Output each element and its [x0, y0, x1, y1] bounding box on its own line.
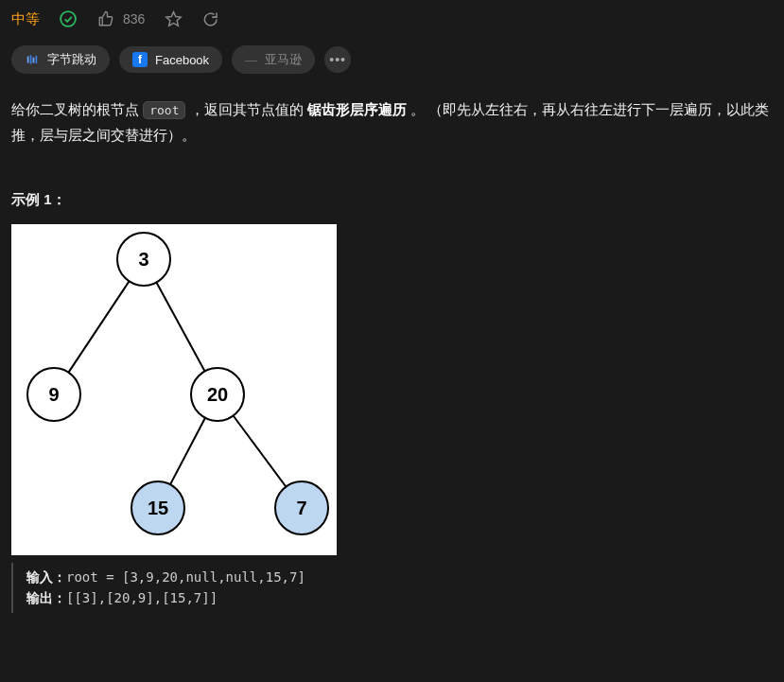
difficulty-label: 中等: [11, 10, 40, 28]
example-input-line: 输入：root = [3,9,20,null,null,15,7]: [26, 567, 759, 587]
likes-count: 836: [123, 11, 145, 26]
more-tags-button[interactable]: •••: [324, 46, 351, 73]
problem-meta-row: 中等 836: [11, 9, 773, 28]
ellipsis-icon: •••: [329, 52, 346, 67]
example-output-line: 输出：[[3],[20,9],[15,7]]: [26, 587, 759, 608]
company-tag-amazon[interactable]: — 亚马逊: [232, 45, 315, 74]
example-io-block: 输入：root = [3,9,20,null,null,15,7] 输出：[[3…: [11, 563, 773, 613]
svg-line-7: [170, 418, 205, 484]
output-label: 输出：: [26, 590, 66, 605]
svg-rect-1: [27, 57, 29, 63]
svg-line-6: [156, 283, 204, 372]
svg-rect-3: [33, 58, 35, 63]
likes-button[interactable]: 836: [96, 9, 145, 28]
solved-icon: [59, 9, 78, 28]
desc-text: ，返回其节点值的: [185, 101, 306, 117]
example-tree-diagram: 3920157: [11, 224, 337, 555]
input-label: 输入：: [26, 569, 66, 585]
company-tag-bytedance[interactable]: 字节跳动: [11, 45, 110, 74]
bytedance-icon: [25, 52, 40, 67]
svg-line-8: [234, 415, 287, 486]
svg-point-0: [61, 11, 76, 26]
output-value: [[3],[20,9],[15,7]]: [66, 590, 218, 605]
thumbs-up-icon: [96, 9, 115, 28]
svg-text:9: 9: [48, 384, 59, 405]
company-tag-facebook[interactable]: f Facebook: [119, 46, 222, 73]
svg-text:7: 7: [296, 498, 306, 518]
favorite-icon[interactable]: [164, 9, 183, 28]
svg-text:15: 15: [148, 498, 168, 518]
svg-rect-4: [36, 56, 38, 63]
desc-text: 给你二叉树的根节点: [11, 101, 143, 117]
input-value: root = [3,9,20,null,null,15,7]: [66, 569, 305, 585]
svg-line-5: [68, 281, 129, 372]
svg-rect-2: [30, 55, 32, 63]
company-tags-row: 字节跳动 f Facebook — 亚马逊 •••: [11, 45, 773, 74]
amazon-icon: —: [245, 53, 257, 67]
problem-description: 给你二叉树的根节点 root ，返回其节点值的 锯齿形层序遍历 。 （即先从左往…: [11, 96, 773, 148]
inline-code: root: [143, 101, 185, 119]
tag-label: 亚马逊: [265, 51, 302, 68]
tag-label: Facebook: [155, 53, 209, 67]
facebook-icon: f: [132, 52, 148, 67]
share-icon[interactable]: [201, 9, 220, 28]
svg-text:20: 20: [207, 384, 228, 405]
example-title: 示例 1：: [11, 191, 773, 209]
desc-emphasis: 锯齿形层序遍历: [307, 101, 407, 117]
svg-text:3: 3: [138, 249, 148, 270]
tag-label: 字节跳动: [47, 51, 96, 68]
